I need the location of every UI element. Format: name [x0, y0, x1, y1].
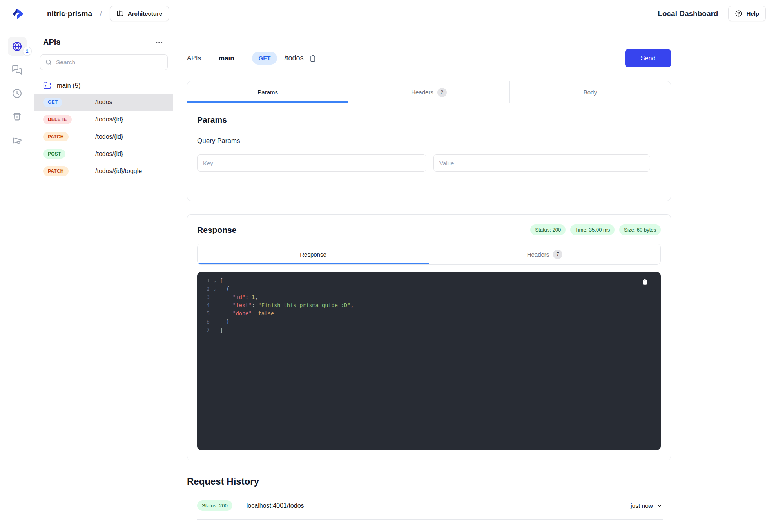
- code-text: "text": "Finish this prisma guide :D",: [220, 301, 354, 309]
- fold-icon[interactable]: ⌄: [210, 277, 220, 285]
- tab-body[interactable]: Body: [510, 81, 671, 103]
- chevron-down-icon: [656, 503, 663, 509]
- breadcrumb-root: APIs: [187, 54, 201, 62]
- clock-icon: [12, 88, 22, 99]
- method-badge-wrap: DELETE: [43, 115, 95, 124]
- line-number: 6: [197, 318, 210, 326]
- response-badges: Status: 200Time: 35.00 msSize: 60 bytes: [530, 224, 661, 235]
- line-number: 3: [197, 293, 210, 301]
- tab-count-badge: 7: [553, 250, 562, 259]
- nitric-logo-icon: [10, 6, 25, 22]
- divider: [243, 53, 243, 63]
- token-p: [220, 294, 233, 300]
- line-number: 5: [197, 309, 210, 318]
- token-p: ,: [350, 302, 354, 308]
- fold-spacer: [210, 318, 220, 326]
- endpoint-row[interactable]: PATCH/todos/{id}: [34, 128, 173, 145]
- tab-response[interactable]: Response: [198, 244, 429, 264]
- icon-rail: 1: [0, 0, 34, 532]
- search-input[interactable]: [56, 59, 163, 66]
- api-group-row[interactable]: main (5): [34, 81, 173, 90]
- token-p: [220, 302, 233, 308]
- param-value-input[interactable]: [433, 154, 650, 172]
- token-p: :: [252, 310, 258, 317]
- method-badge-wrap: PATCH: [43, 166, 95, 176]
- code-text: {: [220, 285, 229, 293]
- nitric-logo[interactable]: [0, 0, 34, 27]
- globe-icon: [12, 41, 22, 52]
- endpoint-row[interactable]: PATCH/todos/{id}/toggle: [34, 163, 173, 180]
- token-k: "done": [233, 310, 252, 317]
- method-badge: PATCH: [43, 166, 69, 176]
- endpoint-path: /todos/{id}/toggle: [95, 168, 142, 175]
- code-text: [: [220, 277, 223, 285]
- endpoint-path: /todos/{id}: [95, 150, 123, 157]
- nav-schedules[interactable]: [8, 84, 27, 103]
- tab-label: Headers: [527, 251, 549, 258]
- line-number: 1: [197, 277, 210, 285]
- token-p: :: [245, 294, 252, 300]
- api-group-label: main (5): [57, 82, 81, 89]
- response-card: Response Status: 200Time: 35.00 msSize: …: [187, 214, 671, 460]
- line-number: 2: [197, 285, 210, 293]
- tab-label: Response: [300, 251, 326, 258]
- method-badge-wrap: PATCH: [43, 132, 95, 141]
- send-button[interactable]: Send: [625, 49, 671, 67]
- method-badge-wrap: GET: [43, 98, 95, 107]
- fold-spacer: [210, 301, 220, 309]
- endpoint-list: GET/todosDELETE/todos/{id}PATCH/todos/{i…: [34, 94, 173, 180]
- tab-headers[interactable]: Headers2: [348, 81, 509, 103]
- chat-icon: [12, 65, 22, 75]
- code-line: 6 }: [197, 318, 661, 326]
- request-tabbar: ParamsHeaders2Body: [187, 81, 671, 103]
- history-time[interactable]: just now: [631, 502, 663, 509]
- help-button[interactable]: Help: [728, 6, 766, 21]
- method-badge-wrap: POST: [43, 149, 95, 159]
- response-meta-badge: Size: 60 bytes: [619, 224, 661, 235]
- endpoint-row[interactable]: POST/todos/{id}: [34, 145, 173, 163]
- endpoint-row[interactable]: GET/todos: [34, 94, 173, 111]
- history-list: Status: 200localhost:4001/todosjust now: [197, 500, 663, 520]
- clipboard-icon: [642, 278, 648, 286]
- tab-headers[interactable]: Headers7: [429, 244, 660, 264]
- main-panel: APIs main GET /todos Send ParamsHeaders2…: [173, 27, 776, 532]
- nav-storage[interactable]: [8, 107, 27, 126]
- code-line: 2⌄ {: [197, 285, 661, 293]
- architecture-button[interactable]: Architecture: [110, 6, 169, 21]
- line-number: 4: [197, 301, 210, 309]
- response-meta-badge: Status: 200: [530, 224, 566, 235]
- response-meta-badge: Time: 35.00 ms: [570, 224, 615, 235]
- status-badge: Status: 200: [197, 500, 232, 511]
- code-text: "done": false: [220, 309, 274, 318]
- history-url: localhost:4001/todos: [247, 502, 304, 509]
- endpoint-path: /todos/{id}: [95, 133, 123, 140]
- fold-icon[interactable]: ⌄: [210, 285, 220, 293]
- sidebar-menu-button[interactable]: [155, 38, 163, 47]
- tab-label: Headers: [411, 89, 433, 96]
- copy-path-button[interactable]: [309, 54, 317, 63]
- nav-topics[interactable]: [8, 131, 27, 150]
- breadcrumb-separator: /: [100, 10, 102, 18]
- map-icon: [116, 10, 124, 17]
- search-box: [40, 54, 168, 70]
- nav-apis[interactable]: 1: [8, 37, 27, 56]
- token-p: {: [220, 286, 229, 292]
- endpoint-path: /todos/{id}: [95, 116, 123, 123]
- architecture-label: Architecture: [128, 10, 162, 17]
- response-tabbar: ResponseHeaders7: [197, 244, 661, 265]
- code-line: 7]: [197, 326, 661, 334]
- code-lines: 1⌄[2⌄ {3 "id": 1,4 "text": "Finish this …: [197, 277, 661, 334]
- divider: [210, 53, 210, 63]
- code-line: 1⌄[: [197, 277, 661, 285]
- request-history-section: Request History Status: 200localhost:400…: [187, 476, 671, 520]
- method-badge: PATCH: [43, 132, 69, 141]
- param-key-input[interactable]: [197, 154, 426, 172]
- endpoint-row[interactable]: DELETE/todos/{id}: [34, 111, 173, 128]
- nav-websockets[interactable]: [8, 60, 27, 79]
- tab-params[interactable]: Params: [187, 81, 348, 103]
- copy-icon: [309, 54, 317, 63]
- token-k: "id": [233, 294, 246, 300]
- fold-spacer: [210, 326, 220, 334]
- history-row[interactable]: Status: 200localhost:4001/todosjust now: [197, 500, 663, 520]
- copy-response-button[interactable]: [642, 278, 648, 286]
